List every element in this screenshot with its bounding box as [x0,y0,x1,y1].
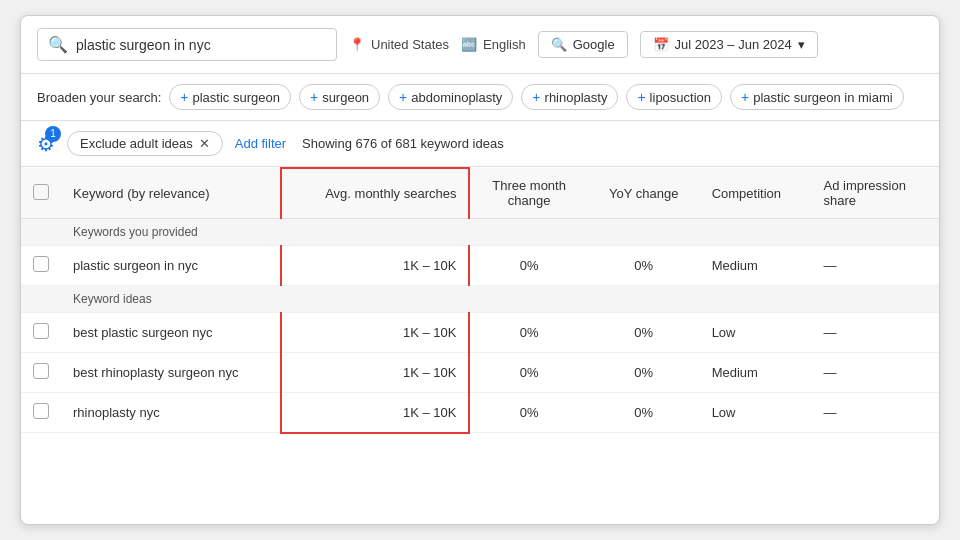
header-bar: 🔍 plastic surgeon in nyc 📍 United States… [21,16,939,74]
language-filter[interactable]: 🔤 English [461,37,526,52]
table-body: Keywords you provided plastic surgeon in… [21,219,939,433]
exclude-chip[interactable]: Exclude adult ideas ✕ [67,131,223,156]
keyword-cell: rhinoplasty nyc [61,393,281,433]
select-all-checkbox[interactable] [33,184,49,200]
filter-badge: 1 [45,126,61,142]
th-ad-impression: Ad impressionshare [812,168,939,219]
three-month-cell: 0% [469,246,587,286]
broaden-chip[interactable]: +abdominoplasty [388,84,513,110]
broaden-chip[interactable]: +rhinoplasty [521,84,618,110]
keyword-cell: best rhinoplasty surgeon nyc [61,353,281,393]
plus-icon: + [741,89,749,105]
exclude-chip-label: Exclude adult ideas [80,136,193,151]
keyword-table: Keyword (by relevance) Avg. monthly sear… [21,167,939,434]
table-row: best plastic surgeon nyc 1K – 10K 0% 0% … [21,313,939,353]
ad-impression-cell: — [812,313,939,353]
keyword-cell: best plastic surgeon nyc [61,313,281,353]
row-checkbox-cell[interactable] [21,393,61,433]
date-range-button[interactable]: 📅 Jul 2023 – Jun 2024 ▾ [640,31,818,58]
close-icon[interactable]: ✕ [199,136,210,151]
table-row: plastic surgeon in nyc 1K – 10K 0% 0% Me… [21,246,939,286]
ad-impression-cell: — [812,393,939,433]
section-header-row: Keywords you provided [21,219,939,246]
section-label: Keywords you provided [61,219,939,246]
th-three-month: Three monthchange [469,168,587,219]
calendar-icon: 📅 [653,37,669,52]
competition-cell: Medium [700,246,812,286]
th-avg-monthly: Avg. monthly searches [281,168,469,219]
broaden-chip[interactable]: +surgeon [299,84,380,110]
table-row: best rhinoplasty surgeon nyc 1K – 10K 0%… [21,353,939,393]
search-engine-button[interactable]: 🔍 Google [538,31,628,58]
main-window: 🔍 plastic surgeon in nyc 📍 United States… [20,15,940,525]
yoy-cell: 0% [588,246,700,286]
competition-cell: Low [700,313,812,353]
chevron-down-icon: ▾ [798,37,805,52]
showing-text: Showing 676 of 681 keyword ideas [302,136,504,151]
table-row: rhinoplasty nyc 1K – 10K 0% 0% Low — [21,393,939,433]
ad-impression-cell: — [812,246,939,286]
section-header-row: Keyword ideas [21,286,939,313]
broaden-label: Broaden your search: [37,90,161,105]
row-checkbox-cell[interactable] [21,353,61,393]
th-keyword: Keyword (by relevance) [61,168,281,219]
yoy-cell: 0% [588,313,700,353]
search-input[interactable]: plastic surgeon in nyc [76,37,326,53]
broaden-bar: Broaden your search: +plastic surgeon+su… [21,74,939,121]
plus-icon: + [180,89,188,105]
plus-icon: + [310,89,318,105]
filter-bar: ⚙ 1 Exclude adult ideas ✕ Add filter Sho… [21,121,939,167]
keyword-table-wrap: Keyword (by relevance) Avg. monthly sear… [21,167,939,434]
row-checkbox[interactable] [33,323,49,339]
language-label: English [483,37,526,52]
row-checkbox-cell[interactable] [21,313,61,353]
ad-impression-cell: — [812,353,939,393]
plus-icon: + [532,89,540,105]
row-checkbox[interactable] [33,256,49,272]
section-label: Keyword ideas [61,286,939,313]
search-icon: 🔍 [48,35,68,54]
competition-cell: Medium [700,353,812,393]
keyword-cell: plastic surgeon in nyc [61,246,281,286]
three-month-cell: 0% [469,393,587,433]
avg-monthly-cell: 1K – 10K [281,246,469,286]
location-icon: 📍 [349,37,365,52]
add-filter-button[interactable]: Add filter [235,136,286,151]
language-icon: 🔤 [461,37,477,52]
broaden-chip[interactable]: +plastic surgeon in miami [730,84,904,110]
plus-icon: + [637,89,645,105]
row-checkbox[interactable] [33,363,49,379]
row-checkbox[interactable] [33,403,49,419]
date-range-label: Jul 2023 – Jun 2024 [675,37,792,52]
th-checkbox[interactable] [21,168,61,219]
avg-monthly-cell: 1K – 10K [281,353,469,393]
th-competition: Competition [700,168,812,219]
search-engine-label: Google [573,37,615,52]
google-icon: 🔍 [551,37,567,52]
three-month-cell: 0% [469,313,587,353]
search-box[interactable]: 🔍 plastic surgeon in nyc [37,28,337,61]
yoy-cell: 0% [588,353,700,393]
avg-monthly-cell: 1K – 10K [281,393,469,433]
location-filter[interactable]: 📍 United States [349,37,449,52]
avg-monthly-cell: 1K – 10K [281,313,469,353]
broaden-chips: +plastic surgeon+surgeon+abdominoplasty+… [169,84,903,110]
three-month-cell: 0% [469,353,587,393]
yoy-cell: 0% [588,393,700,433]
plus-icon: + [399,89,407,105]
th-yoy: YoY change [588,168,700,219]
filter-icon-wrap[interactable]: ⚙ 1 [37,132,55,156]
row-checkbox-cell[interactable] [21,246,61,286]
location-label: United States [371,37,449,52]
broaden-chip[interactable]: +liposuction [626,84,722,110]
broaden-chip[interactable]: +plastic surgeon [169,84,291,110]
competition-cell: Low [700,393,812,433]
